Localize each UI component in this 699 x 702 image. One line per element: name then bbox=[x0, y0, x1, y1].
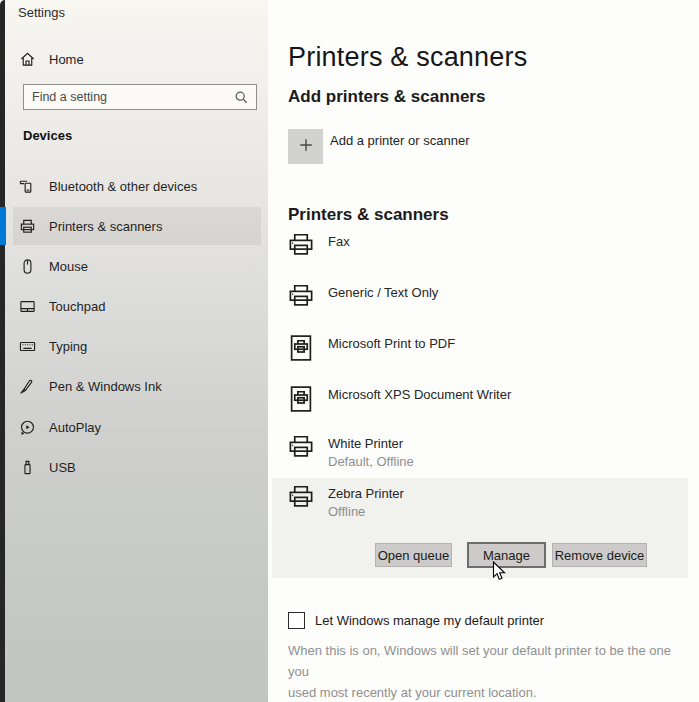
printer-icon bbox=[286, 282, 316, 312]
touchpad-icon bbox=[18, 297, 36, 315]
plus-icon bbox=[298, 137, 314, 157]
manage-button[interactable]: Manage bbox=[467, 542, 546, 568]
printers-list-heading: Printers & scanners bbox=[288, 205, 449, 225]
remove-device-button[interactable]: Remove device bbox=[552, 543, 647, 567]
printer-row-generic[interactable]: Generic / Text Only bbox=[286, 282, 686, 312]
search-input[interactable] bbox=[32, 86, 227, 108]
sidebar-item-pen[interactable]: Pen & Windows Ink bbox=[13, 367, 261, 405]
printer-status: Default, Offline bbox=[328, 454, 414, 469]
sidebar-item-label: USB bbox=[49, 460, 76, 475]
printer-row-pdf[interactable]: Microsoft Print to PDF bbox=[286, 333, 686, 363]
window-edge bbox=[0, 0, 5, 702]
printer-icon bbox=[286, 483, 316, 513]
default-printer-checkbox[interactable] bbox=[288, 612, 305, 629]
search-icon[interactable] bbox=[234, 90, 249, 105]
sidebar-section-devices: Devices bbox=[23, 128, 72, 143]
add-printers-heading: Add printers & scanners bbox=[288, 87, 485, 107]
selected-item-accent-bar bbox=[0, 207, 6, 245]
sidebar-item-label: Home bbox=[49, 52, 84, 67]
printer-name: White Printer bbox=[328, 436, 414, 451]
printer-row-zebra[interactable]: Zebra Printer Offline bbox=[286, 483, 686, 519]
sidebar-item-mouse[interactable]: Mouse bbox=[13, 247, 261, 285]
document-printer-icon bbox=[286, 333, 316, 363]
sidebar-item-label: Touchpad bbox=[49, 299, 105, 314]
mouse-icon bbox=[18, 257, 36, 275]
sidebar-item-label: Pen & Windows Ink bbox=[49, 379, 162, 394]
main-content: Printers & scanners Add printers & scann… bbox=[268, 0, 699, 702]
bluetooth-devices-icon bbox=[18, 177, 36, 195]
description-line: When this is on, Windows will set your d… bbox=[288, 640, 683, 682]
sidebar-item-label: Bluetooth & other devices bbox=[49, 179, 197, 194]
page-title: Printers & scanners bbox=[288, 42, 527, 73]
sidebar-item-label: AutoPlay bbox=[49, 420, 101, 435]
pen-icon bbox=[18, 377, 36, 395]
autoplay-icon bbox=[18, 418, 36, 436]
printer-name: Generic / Text Only bbox=[328, 285, 438, 300]
sidebar-item-printers[interactable]: Printers & scanners bbox=[13, 207, 261, 245]
sidebar-item-label: Typing bbox=[49, 339, 87, 354]
sidebar-item-autoplay[interactable]: AutoPlay bbox=[13, 408, 261, 446]
sidebar-item-label: Printers & scanners bbox=[49, 219, 162, 234]
home-icon bbox=[18, 50, 36, 68]
usb-icon bbox=[18, 458, 36, 476]
printer-name: Microsoft XPS Document Writer bbox=[328, 387, 511, 402]
printer-icon bbox=[18, 217, 36, 235]
sidebar-item-home[interactable]: Home bbox=[13, 40, 261, 78]
printer-name: Microsoft Print to PDF bbox=[328, 336, 455, 351]
description-line: used most recently at your current locat… bbox=[288, 682, 683, 702]
document-printer-icon bbox=[286, 384, 316, 414]
printer-row-fax[interactable]: Fax bbox=[286, 231, 686, 261]
printer-name: Zebra Printer bbox=[328, 486, 404, 501]
default-printer-checkbox-label[interactable]: Let Windows manage my default printer bbox=[315, 613, 544, 628]
add-printer-button[interactable] bbox=[288, 129, 323, 164]
printer-name: Fax bbox=[328, 234, 350, 249]
sidebar-item-typing[interactable]: Typing bbox=[13, 327, 261, 365]
sidebar-item-touchpad[interactable]: Touchpad bbox=[13, 287, 261, 325]
printer-row-xps[interactable]: Microsoft XPS Document Writer bbox=[286, 384, 686, 414]
window-title: Settings bbox=[18, 5, 65, 20]
printer-icon bbox=[286, 433, 316, 463]
open-queue-button[interactable]: Open queue bbox=[375, 543, 452, 567]
typing-icon bbox=[18, 337, 36, 355]
default-printer-description: When this is on, Windows will set your d… bbox=[288, 640, 683, 702]
sidebar-item-usb[interactable]: USB bbox=[13, 448, 261, 486]
add-printer-label[interactable]: Add a printer or scanner bbox=[330, 133, 469, 148]
settings-window: Settings Home Devices Bluetooth & other … bbox=[0, 0, 699, 702]
sidebar-item-label: Mouse bbox=[49, 259, 88, 274]
printer-row-white[interactable]: White Printer Default, Offline bbox=[286, 433, 686, 469]
search-box bbox=[23, 84, 257, 110]
printer-icon bbox=[286, 231, 316, 261]
sidebar-item-bluetooth[interactable]: Bluetooth & other devices bbox=[13, 167, 261, 205]
sidebar: Settings Home Devices Bluetooth & other … bbox=[5, 0, 268, 702]
default-printer-row: Let Windows manage my default printer bbox=[288, 612, 544, 629]
printer-status: Offline bbox=[328, 504, 404, 519]
